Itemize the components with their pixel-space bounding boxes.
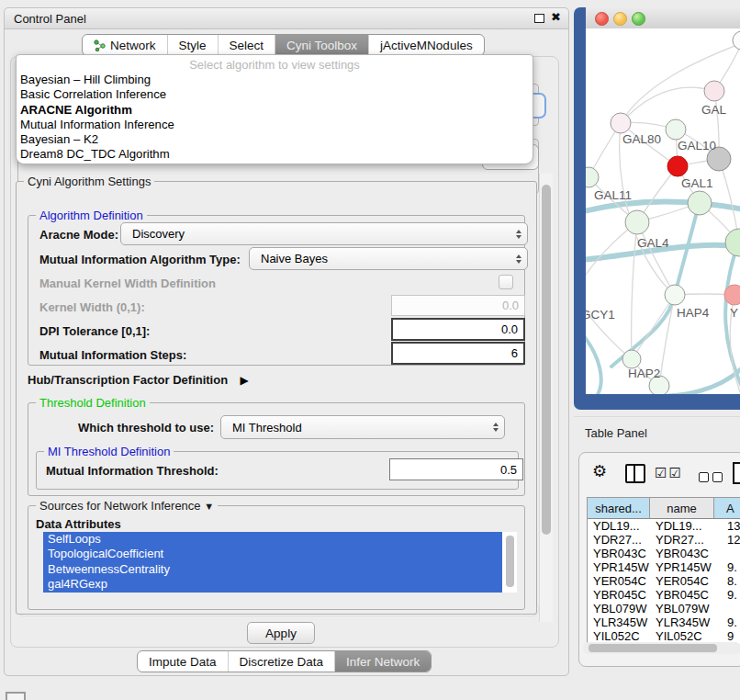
- table-body: YDL19...YDL19...13YDR27...YDR27...12YBR0…: [588, 519, 740, 643]
- node-gal4[interactable]: [625, 210, 649, 234]
- dropdown-item-aracne[interactable]: ARACNE Algorithm: [20, 103, 533, 118]
- table-row[interactable]: YDL19...YDL19...13: [588, 519, 740, 533]
- select-all-checkboxes-icon[interactable]: ☑☑: [655, 465, 683, 481]
- node-gal80[interactable]: [611, 113, 631, 133]
- mi-threshold-definition-title: MI Threshold Definition: [44, 445, 174, 458]
- tab-select[interactable]: Select: [218, 35, 275, 55]
- network-graph-icon: [94, 40, 106, 51]
- dropdown-item-bayesian-hill-climbing[interactable]: Bayesian – Hill Climbing: [20, 73, 533, 87]
- tab-discretize-data[interactable]: Discretize Data: [228, 651, 335, 672]
- node-gal-top[interactable]: [704, 81, 724, 101]
- column-header-shared-name[interactable]: shared...: [588, 498, 650, 519]
- table-row[interactable]: YBR043CYBR043C: [588, 547, 740, 560]
- tab-style[interactable]: Style: [167, 35, 218, 55]
- table-row[interactable]: YER054CYER054C8.: [588, 574, 740, 588]
- tab-impute-data[interactable]: Impute Data: [138, 651, 228, 672]
- list-item-gal4rgexp[interactable]: gal4RGexp: [43, 577, 502, 592]
- restore-icon[interactable]: [534, 14, 544, 23]
- down-triangle-icon: ▼: [204, 501, 214, 512]
- table-cell: YBR043C: [650, 547, 714, 560]
- table-cell: 13: [714, 519, 740, 533]
- sources-group: Sources for Network Inference ▼ Data Att…: [28, 505, 525, 610]
- tab-infer-network[interactable]: Infer Network: [334, 651, 431, 672]
- table-horizontal-scrollbar[interactable]: [583, 642, 740, 654]
- settings-vertical-scrollbar[interactable]: [539, 174, 553, 622]
- column-header-partial[interactable]: A: [714, 498, 740, 519]
- node-hap2[interactable]: [622, 350, 641, 368]
- table-cell: YBL079W: [588, 602, 650, 615]
- dropdown-placeholder: Select algorithm to view settings: [17, 58, 533, 73]
- apply-button[interactable]: Apply: [247, 622, 315, 644]
- node-salmon[interactable]: [724, 285, 740, 305]
- algorithm-definition-title: Algorithm Definition: [36, 209, 147, 222]
- threshold-definition-title: Threshold Definition: [36, 396, 150, 410]
- table-cell: YDL19...: [650, 519, 714, 533]
- dpi-tolerance-field[interactable]: 0.0: [391, 318, 525, 341]
- node-hap4[interactable]: [665, 285, 685, 305]
- mi-algorithm-type-combo[interactable]: Naive Bayes: [249, 247, 528, 270]
- node-gal10[interactable]: [666, 119, 686, 140]
- list-scrollbar[interactable]: [506, 536, 514, 587]
- mi-steps-field[interactable]: 6: [391, 342, 525, 365]
- table-row[interactable]: YBL079WYBL079W: [588, 602, 740, 615]
- network-edge: [659, 295, 675, 386]
- manual-kernel-width-label: Manual Kernel Width Definition: [39, 277, 216, 290]
- manual-kernel-width-checkbox[interactable]: [499, 275, 513, 289]
- table-row[interactable]: YIL052CYIL052C9: [588, 629, 740, 643]
- table-cell: YIL052C: [650, 629, 714, 643]
- dropdown-item-bayesian-k2[interactable]: Bayesian – K2: [20, 132, 533, 147]
- network-view-window: GALGAL80GAL10GAL1GAL11GAL4GCY1HAP4YHAP2: [574, 7, 740, 410]
- which-threshold-combo[interactable]: MI Threshold: [220, 415, 505, 439]
- node-red[interactable]: [667, 156, 688, 176]
- aracne-mode-label: Aracne Mode:: [39, 228, 118, 242]
- dropdown-item-basic-correlation[interactable]: Basic Correlation Inference: [20, 87, 533, 102]
- document-icon[interactable]: [733, 462, 740, 484]
- network-node-label: Y: [730, 306, 738, 320]
- node-gal11[interactable]: [586, 167, 599, 187]
- kernel-width-field[interactable]: 0.0: [391, 295, 525, 316]
- dropdown-item-mutual-information[interactable]: Mutual Information Inference: [20, 118, 533, 132]
- tab-network[interactable]: Network: [83, 35, 167, 55]
- mi-threshold-field[interactable]: 0.5: [389, 458, 523, 480]
- table-row[interactable]: YPR145WYPR145W9.: [588, 560, 740, 574]
- table-panel-title: Table Panel: [585, 426, 647, 440]
- hub-definition-toggle[interactable]: Hub/Transcription Factor Definition ▶: [28, 371, 249, 388]
- close-icon[interactable]: ✖: [551, 10, 561, 24]
- network-node-label: GAL1: [681, 176, 713, 190]
- gear-icon[interactable]: ⚙: [592, 461, 607, 481]
- network-node-label: HAP4: [677, 306, 710, 320]
- table-row[interactable]: YDR27...YDR27...12: [588, 533, 740, 547]
- table-hscrollbar-thumb[interactable]: [589, 644, 717, 652]
- network-canvas[interactable]: GALGAL80GAL10GAL1GAL11GAL4GCY1HAP4YHAP2: [586, 28, 740, 394]
- node-big-right[interactable]: [725, 229, 740, 256]
- dpi-tolerance-label: DPI Tolerance [0,1]:: [39, 324, 150, 338]
- table-cell: YLR345W: [588, 615, 650, 629]
- mi-threshold-definition-group: MI Threshold Definition Mutual Informati…: [36, 451, 519, 490]
- network-node-label: GAL11: [594, 188, 632, 202]
- list-item-selfloops[interactable]: SelfLoops: [43, 532, 502, 547]
- node-gal1[interactable]: [688, 191, 712, 215]
- vscrollbar-thumb[interactable]: [542, 185, 551, 535]
- network-window-titlebar[interactable]: [586, 7, 740, 29]
- table-cell: 9.: [714, 560, 740, 574]
- aracne-mode-combo[interactable]: Discovery: [120, 222, 528, 245]
- list-item-topologicalcoefficient[interactable]: TopologicalCoefficient: [43, 547, 502, 561]
- zoom-traffic-light-icon[interactable]: [632, 12, 645, 26]
- list-item-betweennesscentrality[interactable]: BetweennessCentrality: [43, 562, 502, 577]
- tab-cyni-toolbox[interactable]: Cyni Toolbox: [275, 35, 368, 55]
- tab-network-label: Network: [110, 39, 156, 52]
- table-row[interactable]: YBR045CYBR045C9.: [588, 588, 740, 602]
- table-row[interactable]: YLR345WYLR345W9.: [588, 615, 740, 629]
- threshold-definition-group: Threshold Definition Which threshold to …: [28, 402, 525, 496]
- table-cell: 9: [714, 629, 740, 643]
- split-column-icon[interactable]: [625, 464, 645, 483]
- table-cell: YDR27...: [650, 533, 714, 547]
- dropdown-item-dream8[interactable]: Dream8 DC_TDC Algorithm: [20, 147, 533, 162]
- tab-jactivemnodules[interactable]: jActiveMNodules: [368, 35, 484, 55]
- minimize-traffic-light-icon[interactable]: [613, 12, 627, 26]
- table-header: shared... name A: [588, 497, 740, 519]
- deselect-checkboxes-icon[interactable]: [699, 469, 726, 486]
- close-traffic-light-icon[interactable]: [595, 12, 609, 26]
- column-header-name[interactable]: name: [650, 498, 714, 519]
- control-panel-tabs: Network Style Select Cyni Toolbox jActiv…: [82, 34, 485, 56]
